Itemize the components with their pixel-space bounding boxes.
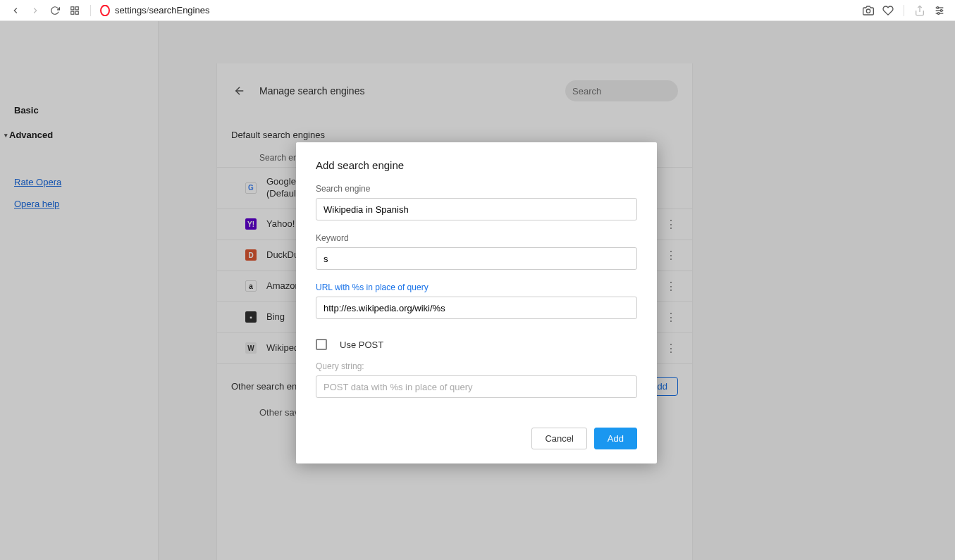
- address-post: searchEngines: [149, 5, 209, 15]
- url-input[interactable]: [316, 297, 637, 319]
- address-pre: settings: [115, 5, 147, 15]
- svg-rect-3: [75, 11, 78, 14]
- toolbar-separator: [90, 5, 91, 16]
- back-icon[interactable]: [8, 4, 23, 18]
- query-input: [316, 375, 637, 398]
- forward-icon: [28, 4, 42, 18]
- use-post-label: Use POST: [340, 340, 383, 350]
- share-icon: [913, 4, 927, 18]
- url-label: URL with %s in place of query: [316, 282, 637, 292]
- svg-rect-2: [71, 11, 74, 14]
- apps-icon[interactable]: [68, 4, 82, 18]
- query-label: Query string:: [316, 361, 637, 371]
- toolbar-separator: [904, 5, 904, 16]
- name-input[interactable]: [316, 198, 637, 220]
- keyword-label: Keyword: [316, 233, 637, 243]
- cancel-button[interactable]: Cancel: [531, 428, 586, 449]
- svg-rect-1: [75, 6, 78, 9]
- opera-favicon: [99, 5, 111, 16]
- add-confirm-button[interactable]: Add: [594, 428, 637, 449]
- settings-icon[interactable]: [932, 4, 947, 18]
- browser-toolbar: settings/searchEngines: [0, 0, 955, 21]
- svg-point-11: [940, 9, 942, 11]
- reload-icon[interactable]: [48, 4, 62, 18]
- svg-rect-0: [71, 6, 74, 9]
- name-label: Search engine: [316, 184, 637, 194]
- heart-icon[interactable]: [881, 4, 895, 18]
- svg-point-5: [866, 9, 870, 13]
- keyword-input[interactable]: [316, 247, 637, 270]
- svg-point-4: [101, 5, 109, 15]
- address-bar-text[interactable]: settings/searchEngines: [115, 5, 209, 15]
- dialog-title: Add search engine: [316, 159, 637, 171]
- use-post-checkbox[interactable]: [316, 339, 327, 350]
- add-search-engine-dialog: Add search engine Search engine Keyword …: [296, 142, 657, 463]
- svg-point-12: [937, 12, 939, 14]
- camera-icon[interactable]: [861, 4, 875, 18]
- svg-point-10: [937, 6, 939, 8]
